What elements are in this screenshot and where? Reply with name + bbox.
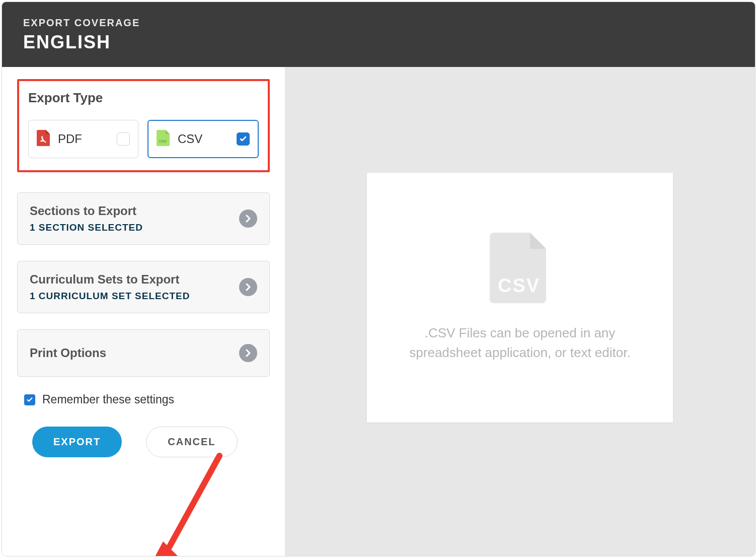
csv-label: CSV [178, 132, 202, 146]
action-buttons: EXPORT CANCEL [32, 427, 270, 457]
curriculum-subtitle: 1 CURRICULUM SET SELECTED [30, 291, 190, 302]
left-panel: Export Type PDF [2, 67, 285, 556]
svg-marker-2 [144, 541, 179, 556]
preview-card: CSV .CSV Files can be opened in any spre… [367, 173, 673, 423]
svg-text:CSV: CSV [498, 275, 540, 296]
export-type-section: Export Type PDF [17, 79, 270, 172]
sections-to-export-row[interactable]: Sections to Export 1 SECTION SELECTED [17, 192, 270, 245]
export-type-options: PDF csv [28, 120, 259, 158]
remember-settings-row: Remember these settings [24, 393, 270, 406]
print-options-row[interactable]: Print Options [17, 329, 270, 377]
cancel-button[interactable]: CANCEL [146, 427, 237, 457]
chevron-right-icon [239, 278, 257, 296]
pdf-file-icon [37, 130, 51, 148]
sections-subtitle: 1 SECTION SELECTED [30, 222, 143, 233]
remember-checkbox[interactable] [24, 394, 35, 405]
chevron-right-icon [239, 209, 257, 228]
sections-title: Sections to Export [30, 204, 143, 218]
export-modal: EXPORT COVERAGE ENGLISH Export Type [2, 2, 755, 556]
curriculum-title: Curriculum Sets to Export [30, 272, 190, 287]
pdf-label: PDF [58, 132, 82, 146]
csv-preview-icon: CSV [490, 233, 550, 305]
modal-body: Export Type PDF [2, 67, 755, 556]
header-title: ENGLISH [23, 32, 734, 53]
pdf-checkbox[interactable] [117, 132, 130, 146]
export-button[interactable]: EXPORT [32, 427, 122, 457]
preview-panel: CSV .CSV Files can be opened in any spre… [285, 67, 755, 556]
modal-header: EXPORT COVERAGE ENGLISH [2, 2, 755, 67]
preview-text: .CSV Files can be opened in any spreadsh… [389, 323, 651, 363]
csv-file-icon: csv [157, 130, 171, 148]
csv-checkbox[interactable] [237, 132, 250, 146]
remember-label: Remember these settings [42, 393, 174, 406]
svg-line-1 [164, 456, 219, 556]
print-options-title: Print Options [30, 346, 106, 360]
export-type-title: Export Type [28, 90, 259, 106]
annotation-arrow-icon [144, 446, 230, 556]
header-subtitle: EXPORT COVERAGE [23, 17, 734, 29]
curriculum-sets-row[interactable]: Curriculum Sets to Export 1 CURRICULUM S… [17, 261, 270, 313]
chevron-right-icon [239, 344, 257, 362]
export-type-pdf[interactable]: PDF [28, 120, 138, 158]
export-type-csv[interactable]: csv CSV [147, 120, 259, 158]
svg-text:csv: csv [159, 138, 167, 144]
